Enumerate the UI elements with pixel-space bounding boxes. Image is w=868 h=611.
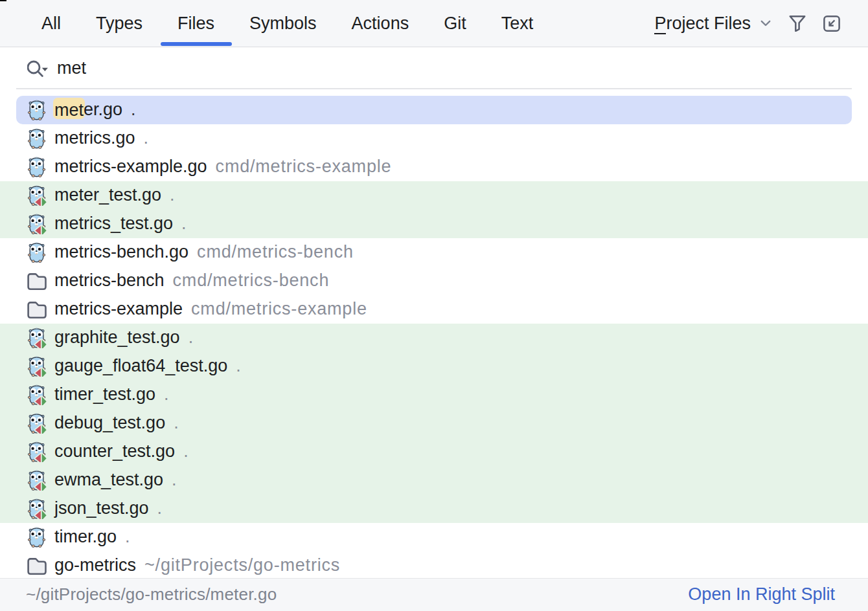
go-test-file-icon [27,356,48,377]
funnel-icon [789,15,806,32]
result-row[interactable]: timer.go . [0,523,868,551]
result-row[interactable]: metrics-example cmd/metrics-example [0,295,868,324]
match-highlight: met [53,98,85,120]
result-row[interactable]: debug_test.go . [0,409,868,438]
go-test-file-icon [27,384,48,405]
result-row[interactable]: gauge_float64_test.go . [0,352,868,381]
open-in-find-window-button[interactable] [823,16,840,32]
search-with-history-icon[interactable] [27,58,52,80]
go-test-file-icon [27,214,48,234]
file-name: meter.go [54,100,122,120]
file-name: metrics.go [54,128,135,148]
go-file-icon [27,157,48,177]
tab-list: AllTypesFilesSymbolsActionsGitText [41,0,533,47]
result-row[interactable]: metrics.go . [0,124,868,153]
folder-icon [27,299,48,320]
result-row[interactable]: metrics-bench cmd/metrics-bench [0,267,868,295]
result-row[interactable]: counter_test.go . [0,438,868,466]
go-test-file-icon [27,441,48,462]
filter-button[interactable] [789,15,806,32]
result-row[interactable]: meter.go . [0,96,868,124]
file-location: cmd/metrics-example [191,299,367,319]
result-row[interactable]: meter_test.go . [0,181,868,210]
scope-chooser[interactable]: Project Files [654,14,771,34]
result-row[interactable]: timer_test.go . [0,381,868,409]
search-input[interactable]: met [57,58,86,78]
tab-all[interactable]: All [41,0,61,47]
file-location: cmd/metrics-bench [173,271,330,291]
file-name: graphite_test.go [54,328,180,348]
go-test-file-icon [27,413,48,434]
file-location: . [172,470,177,490]
go-test-file-icon [27,470,48,491]
file-location: cmd/metrics-example [216,157,392,177]
file-name: counter_test.go [54,441,175,461]
results-list: meter.go . metrics.go . metrics-example.… [0,89,868,578]
search-field[interactable]: met [0,48,868,89]
scope-mnemonic: P [654,14,666,34]
open-in-right-split-link[interactable]: Open In Right Split [688,584,835,605]
file-name: metrics_test.go [54,214,173,234]
search-everywhere-tab-bar: AllTypesFilesSymbolsActionsGitText Proje… [0,0,868,47]
file-name: metrics-example.go [54,157,207,177]
file-location: . [125,527,130,547]
file-name: gauge_float64_test.go [54,356,227,376]
result-row[interactable]: graphite_test.go . [0,324,868,352]
chevron-down-icon [760,20,771,27]
tab-symbols[interactable]: Symbols [249,0,317,47]
file-name: timer.go [54,527,117,547]
file-location: . [236,356,241,376]
go-file-icon [27,100,48,120]
result-row[interactable]: ewma_test.go . [0,466,868,494]
tab-text[interactable]: Text [501,0,534,47]
file-location: ~/gitProjects/go-metrics [144,555,340,575]
go-file-icon [27,242,48,263]
folder-icon [27,555,48,576]
file-name: json_test.go [54,498,149,518]
file-location: . [181,214,187,234]
tab-actions[interactable]: Actions [352,0,409,47]
file-location: . [157,498,163,518]
file-location: . [144,128,149,148]
tab-files[interactable]: Files [177,0,214,47]
file-name: debug_test.go [54,413,165,433]
go-file-icon [27,527,48,548]
scope-label: Project Files [654,14,751,34]
go-file-icon [27,128,48,149]
result-row[interactable]: metrics-example.go cmd/metrics-example [0,153,868,181]
tab-git[interactable]: Git [444,0,466,47]
selected-file-path: ~/gitProjects/go-metrics/meter.go [26,584,277,605]
folder-icon [27,271,48,291]
go-test-file-icon [27,498,48,519]
go-test-file-icon [27,328,48,348]
file-name: meter_test.go [54,185,161,205]
result-row[interactable]: metrics_test.go . [0,210,868,238]
open-in-find-window-icon [823,16,840,32]
file-location: . [183,441,188,461]
file-name: metrics-bench [54,271,165,291]
file-location: cmd/metrics-bench [197,242,354,262]
tab-types[interactable]: Types [96,0,143,47]
go-test-file-icon [27,185,48,206]
file-location: . [170,185,175,205]
result-row[interactable]: metrics-bench.go cmd/metrics-bench [0,238,868,267]
result-row[interactable]: go-metrics ~/gitProjects/go-metrics [0,551,868,579]
screenshot-artifact-gap [0,1,6,2]
file-name: go-metrics [54,555,136,575]
file-location: . [164,384,169,405]
file-location: . [131,100,136,120]
file-name: metrics-example [54,299,183,319]
result-row[interactable]: json_test.go . [0,494,868,523]
file-location: . [174,413,179,433]
file-name: ewma_test.go [54,470,163,490]
file-location: . [188,328,194,348]
tab-bar-controls: Project Files [654,14,868,34]
file-name: metrics-bench.go [54,242,188,262]
footer-bar: ~/gitProjects/go-metrics/meter.go Open I… [0,578,868,611]
file-name: timer_test.go [54,384,155,405]
